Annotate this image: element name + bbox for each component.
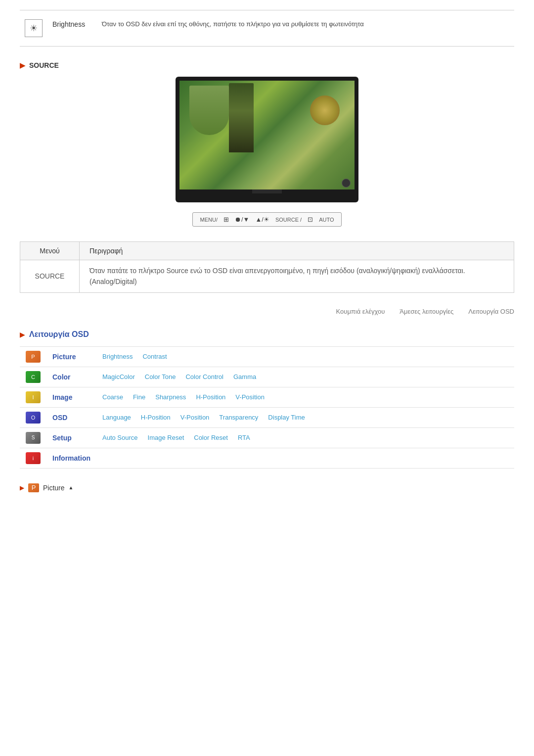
osd-header-icon: ▶ [20,331,25,338]
button-symbol-arrows: ⏺/▼ [235,216,249,223]
table-row: SOURCE Όταν πατάτε το πλήκτρο Source ενώ… [20,260,514,293]
auto-label: AUTO [319,217,334,223]
osd-table-row: iInformation [20,448,514,468]
osd-table-row: CColorMagicColorColor ToneColor ControlG… [20,367,514,387]
table-header-menu: Μενού [20,242,80,260]
osd-item-magiccolor[interactable]: MagicColor [102,373,135,380]
osd-item-color-tone[interactable]: Color Tone [145,373,176,380]
osd-item-h-position[interactable]: H-Position [196,393,225,401]
picture-section: ▶ P Picture ▲ [20,483,514,492]
osd-table-row: IImageCoarseFineSharpnessH-PositionV-Pos… [20,387,514,407]
button-bar: MENU/ ⊞ ⏺/▼ ▲/☀ SOURCE / ⊡ AUTO [192,212,342,227]
monitor-tree-element [229,83,254,152]
picture-section-arrow: ▲ [69,485,74,490]
brightness-icon: ☀ [25,19,43,37]
osd-item-color-reset[interactable]: Color Reset [194,434,228,441]
button-bar-container: MENU/ ⊞ ⏺/▼ ▲/☀ SOURCE / ⊡ AUTO [20,212,514,227]
osd-item-gamma[interactable]: Gamma [233,373,256,380]
nav-row: Κουμπιά ελέγχου Άμεσες λειτουργίες Λειτο… [20,308,514,315]
osd-row-icon-image: I [26,391,41,403]
brightness-label: Brightness [52,19,92,28]
monitor-image-container [20,77,514,202]
osd-item-rta[interactable]: RTA [238,434,250,441]
menu-description-table: Μενού Περιγραφή SOURCE Όταν πατάτε το πλ… [20,241,514,293]
osd-item-v-position[interactable]: V-Position [235,393,265,401]
monitor-base [252,189,282,193]
osd-row-icon-information: i [26,452,41,464]
table-cell-source: SOURCE [20,260,80,293]
monitor-display [176,77,358,202]
osd-section-header: ▶ Λειτουργία OSD [20,330,514,339]
osd-row-name-information[interactable]: Information [46,448,96,468]
osd-item-color-control[interactable]: Color Control [185,373,223,380]
osd-row-name-color[interactable]: Color [46,367,96,387]
monitor-screen [179,81,355,189]
brightness-row: ☀ Brightness Όταν το OSD δεν είναι επί τ… [20,10,514,47]
osd-row-icon-color: C [26,371,41,383]
osd-item-contrast[interactable]: Contrast [142,353,167,360]
osd-row-icon-picture: P [26,351,41,363]
osd-item-language[interactable]: Language [102,414,131,421]
osd-section: ▶ Λειτουργία OSD PPictureBrightnessContr… [20,330,514,469]
source-button-label: SOURCE / [275,217,302,223]
source-section-title: SOURCE [29,61,59,69]
table-header-desc: Περιγραφή [80,242,514,260]
osd-item-h-position[interactable]: H-Position [141,414,171,421]
source-header-icon: ▶ [20,61,25,69]
source-section: ▶ SOURCE MENU/ ⊞ ⏺/▼ ▲/☀ SOURCE / ⊡ AUTO [20,61,514,227]
osd-item-transparency[interactable]: Transparency [219,414,258,421]
button-symbol-brightness: ▲/☀ [255,216,269,223]
table-cell-source-desc: Όταν πατάτε το πλήκτρο Source ενώ το OSD… [80,260,514,293]
osd-table-row: PPictureBrightnessContrast [20,346,514,367]
osd-row-icon-setup: S [26,432,41,444]
picture-section-icon2: P [28,483,39,492]
nav-item-buttons[interactable]: Κουμπιά ελέγχου [336,308,385,315]
osd-item-brightness[interactable]: Brightness [102,353,133,360]
osd-item-auto-source[interactable]: Auto Source [102,434,138,441]
button-symbol-display: ⊡ [308,216,313,223]
button-symbol-panels: ⊞ [223,216,229,223]
monitor-power-button[interactable] [342,179,351,188]
picture-section-icon: ▶ [20,484,24,491]
osd-function-table: PPictureBrightnessContrastCColorMagicCol… [20,346,514,469]
osd-item-sharpness[interactable]: Sharpness [155,393,186,401]
osd-row-name-osd[interactable]: OSD [46,407,96,427]
osd-item-image-reset[interactable]: Image Reset [148,434,184,441]
osd-row-name-picture[interactable]: Picture [46,346,96,367]
osd-table-row: SSetupAuto SourceImage ResetColor ResetR… [20,427,514,448]
menu-label: MENU/ [200,217,218,223]
brightness-description: Όταν το OSD δεν είναι επί της οθόνης, πα… [102,19,364,29]
nav-item-osd[interactable]: Λειτουργία OSD [468,308,514,315]
osd-section-title: Λειτουργία OSD [29,330,89,339]
osd-table-row: OOSDLanguageH-PositionV-PositionTranspar… [20,407,514,427]
osd-row-name-image[interactable]: Image [46,387,96,407]
source-section-header: ▶ SOURCE [20,61,514,69]
osd-item-fine[interactable]: Fine [133,393,145,401]
osd-item-v-position[interactable]: V-Position [180,414,210,421]
osd-item-display-time[interactable]: Display Time [268,414,305,421]
osd-item-coarse[interactable]: Coarse [102,393,123,401]
osd-row-name-setup[interactable]: Setup [46,427,96,448]
osd-row-icon-osd: O [26,412,41,424]
picture-section-label: Picture [43,484,65,492]
nav-item-direct[interactable]: Άμεσες λειτουργίες [400,308,453,315]
